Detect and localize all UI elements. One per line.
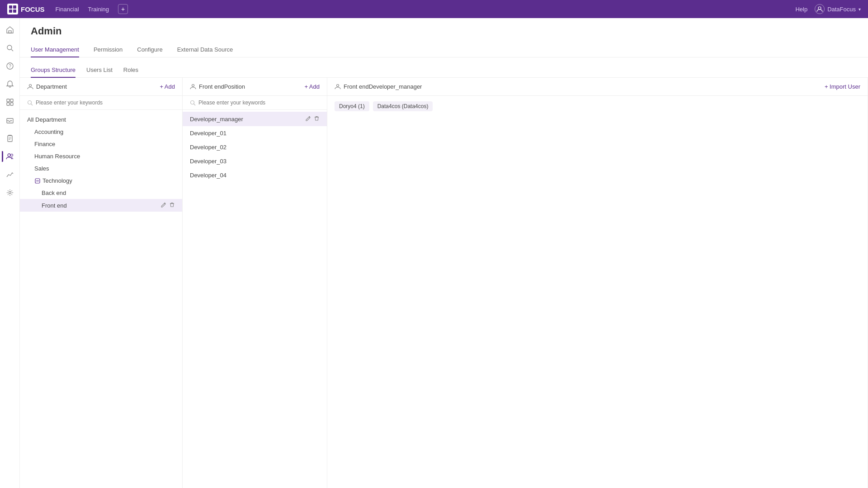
svg-rect-13 [10, 103, 13, 105]
department-person-icon [27, 84, 33, 90]
svg-line-23 [31, 104, 33, 105]
svg-point-4 [818, 7, 821, 9]
human-resource-label: Human Resource [34, 153, 175, 160]
frontend-delete-icon[interactable] [169, 202, 175, 209]
svg-rect-11 [10, 99, 13, 102]
developer-manager-delete-icon[interactable] [314, 115, 320, 123]
svg-point-21 [29, 84, 32, 86]
svg-rect-3 [13, 9, 16, 13]
nav-add-button[interactable]: + [118, 4, 128, 14]
nav-training[interactable]: Training [88, 4, 109, 14]
top-nav: Financial Training + [56, 4, 785, 14]
svg-point-6 [7, 45, 12, 50]
svg-rect-0 [9, 5, 12, 9]
svg-rect-15 [8, 136, 12, 142]
position-item-developer-04[interactable]: Developer_04 [183, 168, 327, 182]
user-avatar-icon [815, 4, 825, 14]
position-item-developer-03[interactable]: Developer_03 [183, 154, 327, 168]
position-add-btn[interactable]: + Add [304, 83, 320, 90]
user-menu[interactable]: DataFocus ▾ [815, 4, 861, 14]
position-item-developer-manager[interactable]: Developer_manager [183, 112, 327, 126]
svg-rect-10 [7, 99, 9, 102]
frontend-label: Front end [42, 202, 160, 209]
sales-label: Sales [34, 165, 175, 172]
users-area: Doryo4 (1) Data4cos (Data4cos) [327, 96, 868, 118]
frontend-edit-icon[interactable] [160, 202, 166, 209]
position-person-icon [190, 84, 196, 90]
logo-icon [7, 4, 18, 14]
tree-item-technology[interactable]: Technology [20, 175, 182, 187]
developer-03-label: Developer_03 [190, 158, 226, 165]
import-user-btn[interactable]: + Import User [825, 83, 860, 90]
sub-tab-users-list[interactable]: Users List [86, 63, 113, 78]
backend-label: Back end [42, 190, 175, 196]
svg-rect-5 [9, 31, 11, 33]
position-search-input[interactable] [198, 99, 320, 106]
tree-item-sales[interactable]: Sales [20, 162, 182, 175]
tree-item-all-department[interactable]: All Department [20, 114, 182, 126]
app-logo: FOCUS [7, 4, 45, 14]
position-item-developer-01[interactable]: Developer_01 [183, 126, 327, 140]
user-tag-data4cos-label: Data4cos (Data4cos) [377, 103, 429, 109]
department-label: Department [36, 83, 67, 90]
tab-configure[interactable]: Configure [137, 43, 162, 57]
position-search-box [183, 96, 327, 110]
position-header-left: Front endPosition [190, 83, 245, 90]
svg-point-19 [10, 154, 13, 156]
all-department-label: All Department [27, 116, 175, 123]
sidebar-notification[interactable] [2, 76, 18, 92]
topbar-right: Help DataFocus ▾ [795, 4, 861, 14]
tree-item-human-resource[interactable]: Human Resource [20, 150, 182, 162]
department-panel: Department + Add All Department [20, 78, 183, 488]
sidebar-grid[interactable] [2, 94, 18, 110]
sidebar-users[interactable] [2, 148, 18, 165]
svg-point-22 [28, 100, 32, 104]
topbar: FOCUS Financial Training + Help DataFocu… [0, 0, 868, 18]
user-name: DataFocus [827, 6, 856, 13]
sidebar-help[interactable]: ? [2, 58, 18, 74]
sub-tab-groups-structure[interactable]: Groups Structure [31, 63, 75, 78]
help-link[interactable]: Help [795, 6, 807, 13]
department-search-box [20, 96, 182, 110]
tab-user-management[interactable]: User Management [31, 43, 79, 57]
svg-point-18 [8, 154, 10, 156]
icon-sidebar: ? [0, 18, 20, 488]
sidebar-analytics[interactable] [2, 166, 18, 183]
svg-rect-1 [13, 5, 16, 9]
content-area: Department + Add All Department [20, 78, 868, 488]
sidebar-clipboard[interactable] [2, 130, 18, 147]
position-header: Front endPosition + Add [183, 78, 327, 96]
tree-item-finance[interactable]: Finance [20, 138, 182, 150]
sidebar-home[interactable] [2, 22, 18, 38]
developer-manager-label: Developer_manager [190, 116, 243, 123]
tree-item-accounting[interactable]: Accounting [20, 126, 182, 138]
department-add-btn[interactable]: + Add [160, 83, 175, 90]
position-list: Developer_manager [183, 110, 327, 488]
department-tree: All Department Accounting Finance Human … [20, 110, 182, 488]
tree-item-backend[interactable]: Back end [20, 187, 182, 199]
sidebar-settings[interactable] [2, 185, 18, 201]
tree-item-frontend[interactable]: Front end [20, 199, 182, 212]
department-header-left: Department [27, 83, 67, 90]
technology-collapse-icon [34, 178, 41, 184]
import-user-label: + Import User [825, 83, 860, 90]
position-item-developer-02[interactable]: Developer_02 [183, 140, 327, 154]
department-header: Department + Add [20, 78, 182, 96]
developer-panel: Front endDeveloper_manager + Import User… [327, 78, 868, 488]
position-panel: Front endPosition + Add Developer_manage… [183, 78, 327, 488]
sub-tab-roles[interactable]: Roles [123, 63, 138, 78]
nav-financial[interactable]: Financial [56, 4, 79, 14]
sidebar-search[interactable] [2, 40, 18, 56]
tab-permission[interactable]: Permission [94, 43, 123, 57]
developer-01-label: Developer_01 [190, 130, 226, 137]
department-search-input[interactable] [36, 99, 175, 106]
svg-point-31 [337, 84, 339, 86]
sidebar-inbox[interactable] [2, 112, 18, 128]
tab-external-data-source[interactable]: External Data Source [177, 43, 233, 57]
logo-text: FOCUS [21, 5, 45, 13]
technology-label: Technology [42, 177, 175, 184]
developer-manager-edit-icon[interactable] [305, 115, 311, 123]
svg-line-29 [194, 104, 196, 105]
position-search-icon [190, 100, 196, 106]
department-search-icon [27, 100, 33, 106]
